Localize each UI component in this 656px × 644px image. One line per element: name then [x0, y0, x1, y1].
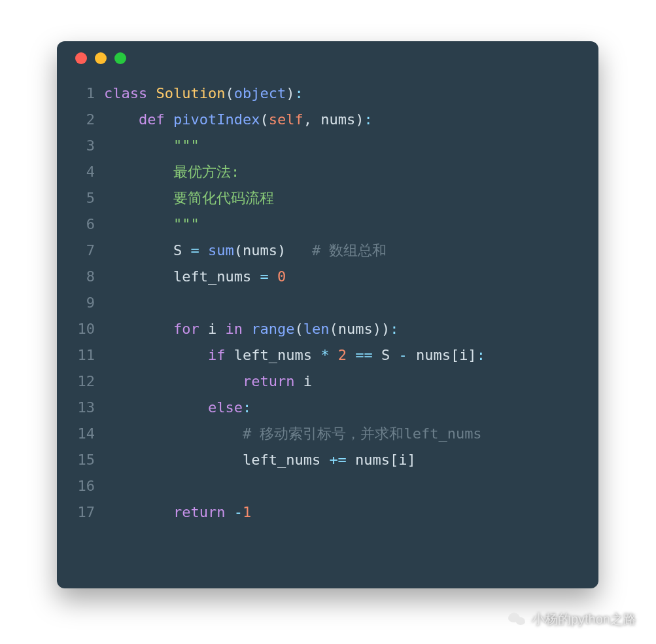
code-line: 13 else: [63, 395, 585, 421]
line-number: 6 [63, 211, 104, 238]
code-content: """ [104, 133, 199, 159]
line-number: 15 [63, 447, 104, 473]
code-content: 要简化代码流程 [104, 185, 274, 211]
code-content: for i in range(len(nums)): [104, 316, 398, 342]
wechat-icon [508, 610, 527, 628]
line-number: 1 [63, 80, 104, 107]
line-number: 7 [63, 238, 104, 264]
watermark-text: 小杨的python之路 [532, 611, 636, 628]
code-line: 2 def pivotIndex(self, nums): [63, 107, 585, 133]
code-line: 5 要简化代码流程 [63, 185, 585, 211]
code-content: if left_nums * 2 == S - nums[i]: [104, 342, 485, 368]
line-number: 4 [63, 159, 104, 185]
code-content: return i [104, 368, 312, 395]
code-line: 14 # 移动索引标号，并求和left_nums [63, 421, 585, 447]
code-content: else: [104, 395, 251, 421]
code-window: 1class Solution(object):2 def pivotIndex… [57, 41, 598, 588]
code-content: """ [104, 211, 199, 238]
line-number: 2 [63, 107, 104, 133]
code-line: 4 最优方法: [63, 159, 585, 185]
code-content: class Solution(object): [104, 80, 303, 107]
code-line: 12 return i [63, 368, 585, 395]
code-line: 8 left_nums = 0 [63, 264, 585, 290]
maximize-icon[interactable] [114, 52, 126, 64]
code-content: left_nums = 0 [104, 264, 286, 290]
line-number: 11 [63, 342, 104, 368]
code-line: 11 if left_nums * 2 == S - nums[i]: [63, 342, 585, 368]
line-number: 14 [63, 421, 104, 447]
line-number: 10 [63, 316, 104, 342]
close-icon[interactable] [75, 52, 87, 64]
code-content: 最优方法: [104, 159, 239, 185]
code-line: 1class Solution(object): [63, 80, 585, 107]
code-content: def pivotIndex(self, nums): [104, 107, 373, 133]
code-content: # 移动索引标号，并求和left_nums [104, 421, 482, 447]
line-number: 3 [63, 133, 104, 159]
minimize-icon[interactable] [95, 52, 107, 64]
code-area: 1class Solution(object):2 def pivotIndex… [57, 75, 598, 539]
code-line: 6 """ [63, 211, 585, 238]
code-content: left_nums += nums[i] [104, 447, 416, 473]
code-line: 9 [63, 290, 585, 316]
code-line: 7 S = sum(nums) # 数组总和 [63, 238, 585, 264]
line-number: 16 [63, 473, 104, 499]
line-number: 9 [63, 290, 104, 316]
window-titlebar [57, 41, 598, 75]
watermark: 小杨的python之路 [508, 610, 636, 628]
code-line: 3 """ [63, 133, 585, 159]
line-number: 12 [63, 368, 104, 395]
code-content: return -1 [104, 499, 251, 526]
code-line: 17 return -1 [63, 499, 585, 526]
line-number: 8 [63, 264, 104, 290]
line-number: 5 [63, 185, 104, 211]
line-number: 17 [63, 499, 104, 526]
code-line: 10 for i in range(len(nums)): [63, 316, 585, 342]
code-line: 16 [63, 473, 585, 499]
line-number: 13 [63, 395, 104, 421]
code-content: S = sum(nums) # 数组总和 [104, 238, 387, 264]
code-line: 15 left_nums += nums[i] [63, 447, 585, 473]
